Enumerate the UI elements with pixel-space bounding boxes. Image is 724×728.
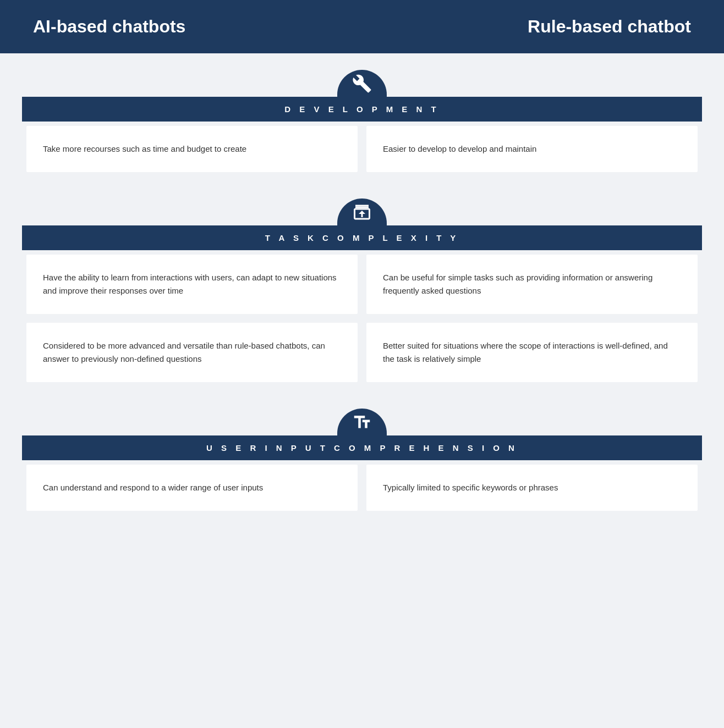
card-left-task-complexity-0: Have the ability to learn from interacti… xyxy=(26,255,358,314)
section-header-development: D E V E L O P M E N T xyxy=(22,97,702,122)
section-user-input-comprehension: U S E R I N P U T C O M P R E H E N S I … xyxy=(22,409,702,515)
header: AI-based chatbots Rule-based chatbot xyxy=(0,0,724,53)
card-right-development-0: Easier to develop to develop and maintai… xyxy=(366,126,698,172)
card-left-task-complexity-1: Considered to be more advanced and versa… xyxy=(26,323,358,382)
section-task-complexity: T A S K C O M P L E X I T YHave the abil… xyxy=(22,198,702,387)
section-icon-wrapper-user-input-comprehension xyxy=(22,409,702,436)
card-left-user-input-comprehension-0: Can understand and respond to a wider ra… xyxy=(26,465,358,511)
text-icon xyxy=(337,409,387,436)
section-development: D E V E L O P M E N TTake more recourses… xyxy=(22,70,702,177)
cards-row-user-input-comprehension-0: Can understand and respond to a wider ra… xyxy=(22,460,702,515)
cards-row-task-complexity-0: Have the ability to learn from interacti… xyxy=(22,250,702,318)
cards-row-task-complexity-1: Considered to be more advanced and versa… xyxy=(22,318,702,387)
cards-row-development-0: Take more recourses such as time and bud… xyxy=(22,122,702,177)
section-icon-wrapper-task-complexity xyxy=(22,198,702,226)
card-right-user-input-comprehension-0: Typically limited to specific keywords o… xyxy=(366,465,698,511)
header-left-title: AI-based chatbots xyxy=(33,16,362,37)
card-right-task-complexity-0: Can be useful for simple tasks such as p… xyxy=(366,255,698,314)
card-right-task-complexity-1: Better suited for situations where the s… xyxy=(366,323,698,382)
card-left-development-0: Take more recourses such as time and bud… xyxy=(26,126,358,172)
section-header-task-complexity: T A S K C O M P L E X I T Y xyxy=(22,225,702,250)
box-icon xyxy=(337,198,387,226)
main-content: D E V E L O P M E N TTake more recourses… xyxy=(0,53,724,554)
section-header-user-input-comprehension: U S E R I N P U T C O M P R E H E N S I … xyxy=(22,435,702,460)
header-right-title: Rule-based chatbot xyxy=(362,16,691,37)
section-icon-wrapper-development xyxy=(22,70,702,97)
wrench-icon xyxy=(337,70,387,97)
